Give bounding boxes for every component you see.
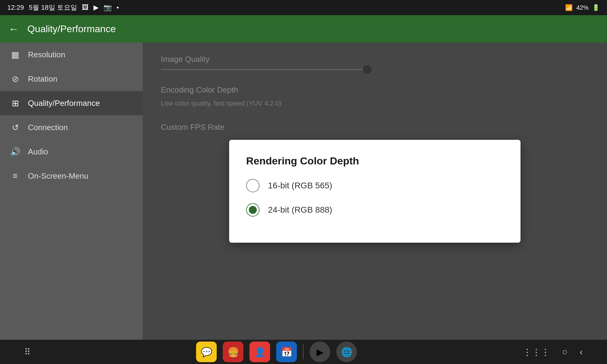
radio-label-16bit: 16-bit (RGB 565) (268, 181, 332, 190)
audio-icon: 🔊 (10, 147, 21, 157)
messages-icon: 💬 (201, 347, 212, 357)
resolution-icon: ▦ (10, 50, 21, 60)
play-icon: ▶ (317, 347, 324, 357)
battery-icon: 🔋 (592, 4, 600, 11)
main-layout: ▦ Resolution ⊘ Rotation ⊞ Quality/Perfor… (0, 42, 607, 340)
radio-circle-24bit (246, 203, 259, 217)
sidebar-item-audio[interactable]: 🔊 Audio (0, 140, 143, 164)
sidebar-item-onscreen-label: On-Screen-Menu (28, 171, 88, 181)
status-date: 5월 18일 토요일 (29, 3, 77, 12)
dialog-overlay[interactable]: Rendering Color Depth 16-bit (RGB 565) 2… (143, 42, 607, 340)
sidebar-item-quality-label: Quality/Performance (28, 99, 100, 108)
contacts-icon: 👤 (254, 347, 266, 357)
calendar-icon: 📅 (281, 347, 292, 357)
radio-option-24bit[interactable]: 24-bit (RGB 888) (246, 203, 504, 217)
dock-divider (303, 344, 304, 359)
dock-app-calendar[interactable]: 📅 (276, 342, 297, 362)
sidebar-item-connection[interactable]: ↺ Connection (0, 115, 143, 140)
radio-option-16bit[interactable]: 16-bit (RGB 565) (246, 179, 504, 192)
rendering-color-depth-dialog: Rendering Color Depth 16-bit (RGB 565) 2… (229, 140, 521, 243)
app-bar: ← Quality/Performance (0, 15, 607, 42)
dock-app-messages[interactable]: 💬 (196, 342, 217, 362)
quality-icon: ⊞ (10, 98, 21, 108)
bottom-center: 💬 🍔 👤 📅 ▶ 🌐 (196, 342, 357, 362)
sidebar-item-on-screen-menu[interactable]: ≡ On-Screen-Menu (0, 164, 143, 188)
chrome-icon: 🌐 (341, 347, 352, 357)
nav-menu-icon[interactable]: ⋮⋮⋮ (523, 347, 550, 357)
sidebar: ▦ Resolution ⊘ Rotation ⊞ Quality/Perfor… (0, 42, 143, 340)
bottom-bar: ⠿ 💬 🍔 👤 📅 ▶ 🌐 ⋮⋮⋮ (0, 340, 607, 364)
back-button[interactable]: ← (8, 23, 19, 35)
onscreen-icon: ≡ (10, 171, 21, 181)
rotation-icon: ⊘ (10, 74, 21, 84)
radio-inner-24bit (249, 206, 257, 214)
status-left: 12:29 5월 18일 토요일 🖼 ▶ 📷 • (7, 3, 119, 12)
video-icon: 📷 (103, 4, 112, 12)
dot-indicator: • (117, 4, 119, 12)
sidebar-item-rotation-label: Rotation (28, 74, 57, 84)
wifi-icon: 📶 (565, 4, 573, 11)
status-time: 12:29 (7, 4, 24, 12)
radio-circle-16bit (246, 179, 259, 192)
status-bar: 12:29 5월 18일 토요일 🖼 ▶ 📷 • 📶 42% 🔋 (0, 0, 607, 15)
nav-home-icon[interactable]: ○ (562, 347, 568, 357)
dock-icons: 💬 🍔 👤 📅 ▶ 🌐 (196, 342, 357, 362)
sidebar-item-connection-label: Connection (28, 123, 68, 132)
food-icon: 🍔 (228, 347, 239, 357)
youtube-icon: ▶ (93, 4, 99, 12)
status-right: 📶 42% 🔋 (565, 4, 600, 11)
nav-back-icon[interactable]: ‹ (580, 347, 583, 357)
bottom-left: ⠿ (24, 347, 31, 357)
dialog-title: Rendering Color Depth (246, 155, 504, 167)
content-area: Image Quality Encoding Color Depth Low c… (143, 42, 607, 340)
sidebar-item-rotation[interactable]: ⊘ Rotation (0, 67, 143, 91)
app-grid-icon[interactable]: ⠿ (24, 347, 31, 357)
dock-app-play[interactable]: ▶ (310, 342, 330, 362)
bottom-right: ⋮⋮⋮ ○ ‹ (523, 347, 583, 357)
sidebar-item-quality-performance[interactable]: ⊞ Quality/Performance (0, 91, 143, 115)
dock-app-chrome[interactable]: 🌐 (336, 342, 357, 362)
app-bar-title: Quality/Performance (27, 23, 116, 35)
media-icon: 🖼 (82, 4, 89, 12)
sidebar-item-resolution-label: Resolution (28, 50, 65, 59)
battery-text: 42% (576, 4, 588, 11)
dock-app-contacts[interactable]: 👤 (249, 342, 270, 362)
connection-icon: ↺ (10, 123, 21, 133)
sidebar-item-audio-label: Audio (28, 147, 48, 157)
dock-app-food[interactable]: 🍔 (223, 342, 243, 362)
sidebar-item-resolution[interactable]: ▦ Resolution (0, 42, 143, 67)
radio-label-24bit: 24-bit (RGB 888) (268, 205, 332, 215)
